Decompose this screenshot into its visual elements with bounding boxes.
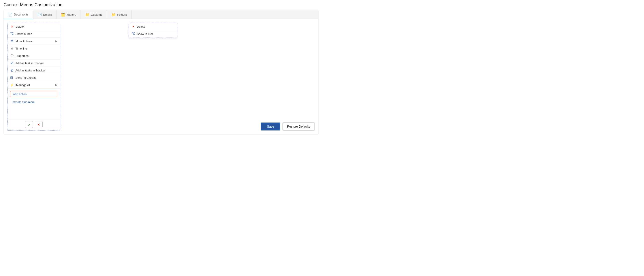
tab-emails[interactable]: ✉️ Emails [33, 10, 56, 19]
imanage-ai-icon: ⚡ [10, 83, 14, 87]
add-task-icon [10, 61, 14, 65]
svg-rect-8 [10, 42, 13, 42]
add-action-button[interactable]: Add action [10, 91, 58, 97]
add-tasks-icon [10, 69, 14, 72]
menu-item-properties[interactable]: ⓘ Properties [8, 52, 60, 60]
menu-item-show-in-tree[interactable]: Show in Tree [8, 30, 60, 38]
svg-rect-22 [134, 35, 135, 35]
main-content: ✕ Delete Show in Tree [4, 19, 318, 134]
floating-context-menu: ✕ Delete [129, 23, 177, 38]
svg-rect-1 [12, 33, 13, 33]
svg-point-14 [11, 62, 13, 64]
tab-documents[interactable]: 📄 Documents [4, 10, 33, 19]
emails-icon: ✉️ [38, 13, 42, 17]
svg-rect-12 [12, 48, 12, 49]
right-menu-item-delete[interactable]: ✕ Delete [129, 23, 177, 30]
svg-rect-21 [134, 33, 135, 33]
tree-icon [10, 32, 14, 36]
svg-rect-11 [12, 48, 12, 49]
svg-rect-6 [10, 40, 13, 41]
confirm-button[interactable] [25, 121, 33, 128]
delete-icon: ✕ [10, 25, 14, 28]
tab-folders[interactable]: 📁 Folders [107, 10, 131, 19]
menu-item-timeline[interactable]: Time line [8, 45, 60, 52]
svg-rect-20 [132, 33, 133, 33]
content-area: 📄 Documents ✉️ Emails 🗂️ Matters 📁 Custo… [4, 10, 318, 134]
svg-rect-17 [11, 77, 12, 79]
matters-icon: 🗂️ [61, 13, 65, 17]
svg-rect-9 [10, 49, 13, 49]
page-title: Context Menus Customization [4, 2, 318, 7]
right-menu-item-show-in-tree[interactable]: Show in Tree [129, 30, 177, 38]
svg-rect-2 [12, 35, 13, 35]
documents-icon: 📄 [8, 12, 12, 17]
svg-rect-13 [13, 48, 13, 49]
right-tree-icon [132, 32, 135, 36]
bottom-actions: Save Restore Defaults [261, 122, 315, 131]
tab-matters[interactable]: 🗂️ Matters [56, 10, 81, 19]
save-button[interactable]: Save [261, 122, 280, 130]
more-actions-icon [10, 39, 14, 43]
more-actions-arrow: ▶ [56, 40, 58, 43]
create-submenu-button[interactable]: Create Sub-menu [10, 99, 58, 105]
custom1-icon: 📁 [85, 13, 90, 17]
menu-item-add-task[interactable]: Add as task in Tracker [8, 60, 60, 67]
svg-point-15 [11, 69, 13, 72]
restore-defaults-button[interactable]: Restore Defaults [282, 122, 315, 131]
imanage-ai-arrow: ▶ [56, 83, 58, 86]
properties-icon: ⓘ [10, 54, 14, 58]
right-delete-icon: ✕ [132, 25, 135, 28]
tab-custom1[interactable]: 📁 Custom1 [81, 10, 107, 19]
menu-item-add-tasks[interactable]: Add as tasks in Tracker [8, 67, 60, 74]
menu-item-imanage-ai[interactable]: ⚡ iManage AI ▶ [8, 81, 60, 89]
svg-rect-7 [10, 41, 13, 41]
cancel-button[interactable] [35, 121, 42, 128]
svg-rect-10 [11, 48, 11, 49]
tabs-bar: 📄 Documents ✉️ Emails 🗂️ Matters 📁 Custo… [4, 10, 318, 19]
menu-item-send-to-extract[interactable]: Send To Extract [8, 74, 60, 81]
left-context-menu-panel: ✕ Delete Show in Tree [7, 23, 60, 131]
page-container: Context Menus Customization 📄 Documents … [0, 0, 322, 138]
send-to-extract-icon [10, 76, 14, 79]
right-panel: ✕ Delete [65, 23, 315, 131]
svg-rect-0 [10, 33, 12, 33]
folders-icon: 📁 [112, 13, 116, 17]
panel-footer [8, 119, 60, 130]
timeline-icon [10, 47, 14, 50]
menu-item-more-actions[interactable]: More Actions ▶ [8, 38, 60, 45]
menu-item-delete[interactable]: ✕ Delete [8, 23, 60, 30]
